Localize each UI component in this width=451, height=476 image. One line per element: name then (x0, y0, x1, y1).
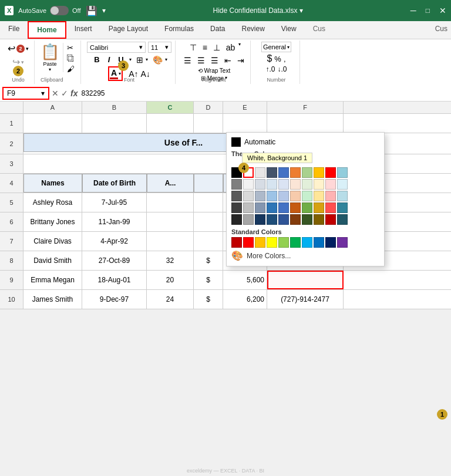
copy-button[interactable]: ⿻ (66, 53, 76, 63)
color-swatch[interactable] (337, 214, 348, 225)
cell-c6[interactable] (147, 212, 194, 231)
cell-e9[interactable]: 5,600 (223, 271, 267, 289)
window-maximize[interactable]: □ (426, 6, 430, 15)
color-swatch[interactable] (290, 191, 301, 201)
cell-d1[interactable] (194, 114, 223, 133)
color-swatch[interactable] (255, 214, 265, 225)
color-swatch[interactable] (314, 179, 324, 190)
color-swatch-darkred[interactable] (231, 237, 242, 248)
color-swatch[interactable] (231, 214, 242, 225)
tab-review[interactable]: Review (233, 21, 272, 39)
color-swatch[interactable] (290, 179, 301, 190)
tab-formulas[interactable]: Formulas (156, 21, 202, 39)
color-swatch[interactable] (278, 202, 289, 213)
color-swatch-purple[interactable] (337, 237, 348, 248)
color-swatch[interactable] (314, 191, 324, 201)
color-swatch[interactable] (314, 167, 324, 178)
cut-button[interactable]: ✂ (66, 43, 76, 53)
tab-insert[interactable]: Insert (66, 21, 100, 39)
tab-custom[interactable]: Cus (305, 21, 334, 39)
color-swatch[interactable] (314, 214, 324, 225)
indent-dec-button[interactable]: ⇤ (222, 55, 234, 66)
cell-b6[interactable]: 11-Jan-99 (82, 212, 147, 231)
formula-input[interactable] (80, 88, 449, 99)
color-swatch[interactable] (290, 214, 301, 225)
color-swatch[interactable] (267, 202, 277, 213)
align-left-button[interactable]: ☰ (181, 55, 194, 66)
col-header-b[interactable]: B (82, 102, 147, 113)
cell-a7[interactable]: Claire Divas (23, 232, 82, 251)
color-swatch[interactable] (278, 214, 289, 225)
tab-home[interactable]: Home (28, 21, 66, 39)
cell-b5[interactable]: 7-Jul-95 (82, 193, 147, 212)
color-swatch[interactable] (325, 202, 336, 213)
color-swatch[interactable] (267, 214, 277, 225)
cell-d10[interactable]: $ (194, 290, 223, 309)
border-button[interactable]: ⊞ (136, 55, 143, 65)
cell-a6[interactable]: Brittany Jones (23, 212, 82, 231)
color-swatch-darkblue[interactable] (325, 237, 336, 248)
indent-inc-button[interactable]: ⇥ (235, 55, 247, 66)
paste-button[interactable]: 📋 Paste ▾ (41, 43, 63, 72)
color-swatch-orange[interactable] (255, 237, 265, 248)
color-swatch[interactable] (243, 179, 254, 190)
percent-format[interactable]: % (274, 55, 281, 63)
color-swatch[interactable] (255, 191, 265, 201)
tab-page-layout[interactable]: Page Layout (100, 21, 156, 39)
cell-d6[interactable] (194, 212, 223, 231)
cell-a5[interactable]: Ashley Rosa (23, 193, 82, 212)
cancel-formula-button[interactable]: ✕ (52, 89, 59, 98)
cell-d7[interactable] (194, 232, 223, 251)
font-color-button[interactable]: A ▾ 3 (108, 66, 123, 81)
font-size-dropdown[interactable]: ▾ (165, 43, 169, 51)
autosave-toggle[interactable] (50, 6, 69, 15)
color-swatch[interactable] (290, 202, 301, 213)
cell-d5[interactable] (194, 193, 223, 212)
cell-e1[interactable] (223, 114, 267, 133)
cell-a8[interactable]: David Smith (23, 251, 82, 270)
cell-a9[interactable]: Emma Megan (23, 271, 82, 289)
cell-b8[interactable]: 27-Oct-89 (82, 251, 147, 270)
font-name-dropdown[interactable]: ▾ (139, 43, 143, 51)
save-icon[interactable]: 💾 (86, 5, 97, 16)
color-swatch-green[interactable] (290, 237, 301, 248)
color-swatch[interactable] (325, 191, 336, 201)
cell-e10[interactable]: 6,200 (223, 290, 267, 309)
color-swatch[interactable] (231, 179, 242, 190)
cell-c9[interactable]: 20 (147, 271, 194, 289)
color-swatch[interactable] (302, 179, 312, 190)
format-painter-button[interactable]: 🖌 (66, 64, 76, 74)
color-swatch[interactable] (231, 202, 242, 213)
cell-f1[interactable] (267, 114, 344, 133)
decrease-font-button[interactable]: A↓ (141, 69, 150, 79)
border-dropdown[interactable]: ▾ (146, 57, 148, 62)
color-swatch[interactable] (255, 179, 265, 190)
color-swatch[interactable] (278, 167, 289, 178)
color-swatch[interactable] (278, 191, 289, 201)
cell-b7[interactable]: 4-Apr-92 (82, 232, 147, 251)
font-name-select[interactable]: Calibri ▾ (87, 42, 146, 53)
col-header-f[interactable]: F (267, 102, 344, 113)
color-swatch[interactable] (325, 179, 336, 190)
col-header-a[interactable]: A (23, 102, 82, 113)
color-swatch[interactable] (255, 202, 265, 213)
color-swatch[interactable] (267, 191, 277, 201)
align-right-button[interactable]: ☰ (208, 55, 221, 66)
more-colors-button[interactable]: 🎨 More Colors... (231, 250, 379, 261)
color-swatch[interactable] (243, 191, 254, 201)
color-swatch-red[interactable] (243, 237, 254, 248)
color-swatch[interactable] (302, 191, 312, 201)
tab-view[interactable]: View (273, 21, 305, 39)
orientation-dropdown[interactable]: ▾ (238, 42, 241, 53)
color-swatch-lightblue[interactable] (302, 237, 312, 248)
color-swatch[interactable] (231, 191, 242, 201)
cell-b4[interactable]: Date of Birth (82, 174, 147, 193)
undo-dropdown[interactable]: ▾ (26, 46, 29, 52)
cell-d9[interactable]: $ (194, 271, 223, 289)
fill-color-dropdown[interactable]: ▾ (165, 57, 167, 62)
color-swatch[interactable] (325, 167, 336, 178)
name-box[interactable]: F9 ▾ (2, 87, 49, 100)
tab-file[interactable]: File (0, 21, 28, 39)
color-swatch[interactable] (278, 179, 289, 190)
align-center-button[interactable]: ☰ (195, 55, 207, 66)
